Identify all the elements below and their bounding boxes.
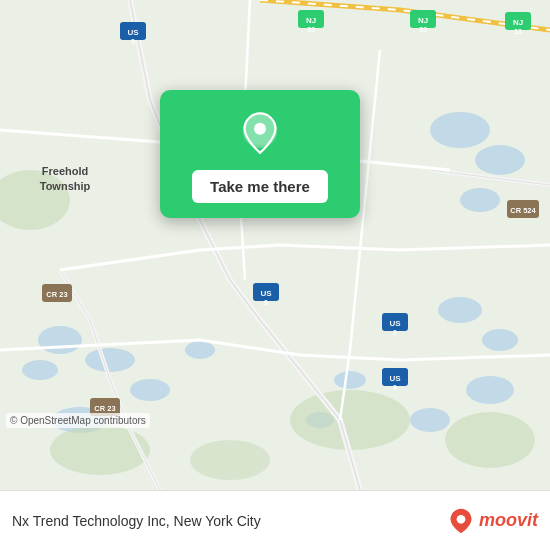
svg-point-7 [430,112,490,148]
svg-text:9: 9 [393,384,397,391]
svg-point-6 [185,341,215,359]
svg-point-2 [22,360,58,380]
svg-point-1 [38,326,82,354]
take-me-there-button[interactable]: Take me there [192,170,328,203]
svg-point-3 [85,348,135,372]
svg-text:NJ: NJ [513,18,523,27]
svg-text:US: US [260,289,272,298]
svg-text:CR 23: CR 23 [94,404,115,413]
svg-point-10 [438,297,482,323]
svg-text:9: 9 [393,329,397,336]
map-container: US 9 NJ 33 NJ 33 NJ 33 CR 524 CR 23 CR 2… [0,0,550,490]
svg-point-4 [130,379,170,401]
svg-point-19 [445,412,535,468]
svg-point-53 [457,514,466,523]
map-attribution: © OpenStreetMap contributors [6,413,150,428]
moovit-brand-text: moovit [479,510,538,531]
svg-point-8 [475,145,525,175]
location-label: Nx Trend Technology Inc, New York City [12,513,261,529]
svg-text:NJ: NJ [418,16,428,25]
popup-card[interactable]: Take me there [160,90,360,218]
svg-text:Freehold: Freehold [42,165,88,177]
svg-text:9: 9 [131,38,135,45]
svg-point-13 [410,408,450,432]
svg-text:9: 9 [264,299,268,306]
moovit-pin-icon [447,507,475,535]
svg-point-11 [482,329,518,351]
svg-text:US: US [389,319,401,328]
svg-text:US: US [127,28,139,37]
svg-text:33: 33 [514,28,522,35]
svg-text:33: 33 [419,26,427,33]
svg-text:CR 23: CR 23 [46,290,67,299]
svg-point-18 [50,425,150,475]
svg-text:Township: Township [40,180,91,192]
moovit-logo: moovit [447,507,538,535]
svg-point-52 [254,123,266,135]
svg-text:US: US [389,374,401,383]
svg-point-17 [290,390,410,450]
svg-point-9 [460,188,500,212]
svg-point-12 [466,376,514,404]
location-pin-icon [236,110,284,158]
svg-text:33: 33 [307,26,315,33]
svg-text:NJ: NJ [306,16,316,25]
svg-point-20 [190,440,270,480]
svg-text:CR 524: CR 524 [510,206,536,215]
bottom-bar: Nx Trend Technology Inc, New York City m… [0,490,550,550]
svg-point-14 [334,371,366,389]
